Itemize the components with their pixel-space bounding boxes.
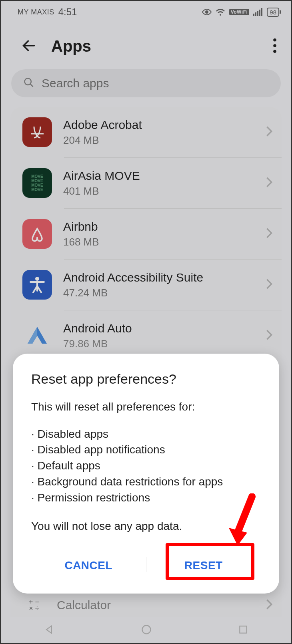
- svg-marker-16: [46, 626, 52, 634]
- cancel-button[interactable]: CANCEL: [31, 549, 146, 584]
- chevron-right-icon: [266, 329, 273, 342]
- svg-marker-15: [28, 327, 37, 344]
- dialog-body: This will reset all preferences for: Dis…: [31, 399, 261, 534]
- page-title: Apps: [51, 37, 91, 55]
- dialog-note: You will not lose any app data.: [31, 518, 261, 534]
- navigation-bar: [1, 617, 291, 643]
- app-size-label: 168 MB: [63, 236, 254, 248]
- app-name-label: Airbnb: [63, 220, 254, 233]
- airasia-move-icon: MOVEMOVEMOVEMOVE: [22, 168, 52, 198]
- svg-rect-4: [259, 10, 260, 16]
- chevron-right-icon: [266, 599, 273, 612]
- app-name-label: Calculator: [57, 598, 254, 612]
- airbnb-icon: [22, 219, 52, 249]
- accessibility-icon: [22, 270, 52, 300]
- svg-rect-1: [253, 14, 254, 16]
- svg-rect-2: [255, 12, 256, 16]
- list-item[interactable]: Android Accessibility Suite47.24 MB: [10, 260, 282, 310]
- wifi-icon: [216, 8, 225, 16]
- svg-rect-3: [257, 11, 258, 16]
- status-time: 4:51: [58, 6, 77, 18]
- app-size-label: 47.24 MB: [63, 287, 254, 299]
- app-size-label: 401 MB: [63, 185, 254, 197]
- chevron-right-icon: [266, 278, 273, 291]
- list-item[interactable]: Adobe Acrobat204 MB: [10, 107, 282, 157]
- app-size-label: 204 MB: [63, 134, 254, 147]
- dialog-list-item: Disabled apps: [31, 426, 261, 442]
- svg-point-13: [35, 277, 39, 281]
- nav-recents-button[interactable]: [222, 620, 264, 640]
- svg-rect-18: [240, 626, 246, 633]
- chevron-right-icon: [266, 126, 273, 139]
- calculator-icon: + − × ÷: [22, 594, 46, 617]
- more-options-button[interactable]: [270, 36, 279, 57]
- back-button[interactable]: [18, 35, 39, 57]
- app-name-label: AirAsia MOVE: [63, 169, 254, 183]
- list-item[interactable]: Airbnb168 MB: [10, 209, 282, 259]
- android-auto-icon: [22, 321, 52, 350]
- app-size-label: 79.86 MB: [63, 338, 254, 350]
- svg-point-0: [206, 11, 208, 13]
- nav-back-button[interactable]: [28, 620, 71, 640]
- app-name-label: Android Auto: [63, 322, 254, 335]
- eye-icon: [202, 7, 212, 17]
- svg-point-10: [25, 78, 31, 85]
- search-input[interactable]: Search apps: [11, 69, 281, 97]
- search-placeholder: Search apps: [42, 76, 109, 90]
- list-item[interactable]: + − × ÷ Calculator: [10, 594, 282, 617]
- back-arrow-icon: [21, 38, 37, 54]
- more-vertical-icon: [273, 38, 277, 53]
- dialog-list-item: Permission restrictions: [31, 490, 261, 506]
- svg-line-11: [30, 84, 33, 87]
- list-item[interactable]: MOVEMOVEMOVEMOVEAirAsia MOVE401 MB: [10, 158, 282, 208]
- app-name-label: Adobe Acrobat: [63, 118, 254, 132]
- svg-point-9: [273, 50, 276, 53]
- app-name-label: Android Accessibility Suite: [63, 271, 254, 284]
- signal-icon: [253, 8, 263, 16]
- dialog-list-item: Background data restrictions for apps: [31, 474, 261, 490]
- dialog-intro: This will reset all preferences for:: [31, 399, 261, 415]
- dialog-title: Reset app preferences?: [31, 371, 261, 387]
- svg-point-17: [142, 626, 150, 634]
- chevron-right-icon: [266, 227, 273, 240]
- battery-indicator: 98: [267, 8, 279, 17]
- acrobat-icon: [22, 117, 52, 147]
- app-header: Apps: [1, 23, 291, 69]
- dialog-list-item: Disabled app notifications: [31, 442, 261, 458]
- search-icon: [23, 77, 34, 90]
- svg-rect-5: [261, 8, 262, 16]
- reset-button[interactable]: RESET: [146, 549, 261, 584]
- reset-preferences-dialog: Reset app preferences? This will reset a…: [13, 354, 279, 594]
- svg-point-8: [273, 44, 276, 47]
- status-bar: MY MAXIS 4:51 VoWiFi 98: [1, 1, 291, 23]
- dialog-list-item: Default apps: [31, 458, 261, 474]
- vowifi-badge: VoWiFi: [229, 9, 250, 15]
- nav-home-button[interactable]: [125, 620, 168, 640]
- svg-point-7: [273, 38, 276, 42]
- chevron-right-icon: [266, 177, 273, 189]
- carrier-label: MY MAXIS: [18, 8, 54, 16]
